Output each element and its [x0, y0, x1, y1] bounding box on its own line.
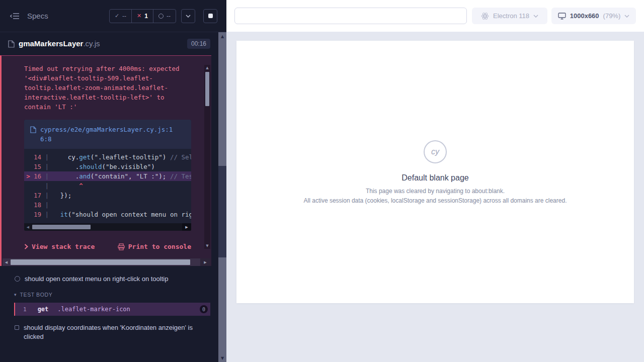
cypress-logo: cy [424, 140, 447, 163]
cross-icon: ✕ [137, 13, 141, 19]
url-input[interactable] [234, 8, 467, 24]
print-to-console-button[interactable]: Print to console [118, 243, 191, 250]
specs-header-bar: Specs ✓ -- ✕ 1 -- [0, 0, 226, 32]
passed-count: -- [122, 13, 126, 20]
chevron-down-icon [186, 15, 191, 18]
url-toolbar: Electron 118 1000x660 (79%) [226, 0, 644, 32]
test-error-block: Timed out retrying after 4000ms: expecte… [0, 55, 211, 266]
code-line: 17 | }); [24, 191, 191, 200]
view-stack-trace-label: View stack trace [32, 243, 95, 250]
scroll-up-icon[interactable]: ▲ [204, 66, 210, 70]
blank-page-title: Default blank page [401, 173, 468, 183]
viewport-scale: (79%) [603, 12, 621, 20]
stat-failed: ✕ 1 [131, 10, 153, 23]
test-body-label: TEST BODY [20, 292, 53, 298]
scroll-down-icon[interactable]: ▼ [204, 244, 210, 248]
electron-icon [481, 12, 489, 20]
test-title: should display coordinates when 'Koordin… [24, 323, 201, 341]
scroll-down-icon[interactable]: ▼ [218, 354, 226, 362]
stat-pending: -- [153, 10, 176, 23]
command-number: 1 [23, 306, 27, 313]
scrollbar-thumb[interactable] [205, 72, 209, 106]
code-frame: cypress/e2e/gmaMarkersLayer.cy.js:16:8 1… [24, 120, 191, 231]
test-item-running[interactable]: should open context menu on right-click … [0, 270, 218, 288]
test-title: should open context menu on right-click … [25, 275, 168, 284]
code-line: 15 | .should("be.visible") [24, 162, 191, 171]
viewport-size: 1000x660 [570, 12, 599, 20]
test-body-toggle[interactable]: ▾ TEST BODY [0, 288, 218, 301]
chevron-right-icon [24, 244, 28, 249]
reporter-scroll-region: gmaMarkersLayer.cy.js 00:16 Timed out re… [0, 32, 226, 362]
scroll-right-icon[interactable]: ▶ [182, 223, 191, 231]
printer-icon [118, 243, 125, 250]
error-horizontal-scrollbar[interactable]: ◀ ▶ [3, 258, 210, 266]
code-horizontal-scrollbar[interactable]: ◀ ▶ [24, 223, 191, 231]
viewport-selector[interactable]: 1000x660 (79%) [551, 8, 636, 24]
stop-icon [208, 14, 213, 18]
scroll-up-icon[interactable]: ▲ [218, 32, 226, 40]
browser-selector[interactable]: Electron 118 [472, 8, 547, 24]
spec-extension: .cy.js [83, 39, 100, 48]
scroll-left-icon[interactable]: ◀ [3, 260, 10, 264]
stat-passed: ✓ -- [110, 10, 131, 23]
specs-list-button[interactable] [7, 9, 22, 24]
scrollbar-thumb[interactable] [32, 225, 91, 229]
code-lines: 14 | cy.get(".leaflet-tooltip") // Sele1… [24, 149, 191, 223]
spec-stats: ✓ -- ✕ 1 -- [109, 9, 176, 23]
collapse-all-button[interactable] [181, 9, 195, 23]
cypress-app: Specs ✓ -- ✕ 1 -- [0, 0, 644, 362]
spec-name: gmaMarkersLayer [19, 39, 83, 48]
scroll-left-icon[interactable]: ◀ [24, 225, 32, 229]
code-line: 18 | [24, 200, 191, 210]
monitor-icon [558, 13, 566, 20]
reporter-content: gmaMarkersLayer.cy.js 00:16 Timed out re… [0, 32, 218, 362]
error-actions: View stack trace Print to console [24, 243, 191, 250]
scrollbar-thumb[interactable] [218, 166, 226, 257]
stop-button[interactable] [203, 9, 217, 23]
code-line: 14 | cy.get(".leaflet-tooltip") // Sele [24, 152, 191, 162]
queued-test-icon [15, 325, 19, 330]
pending-count: -- [167, 13, 171, 20]
spec-file-header: gmaMarkersLayer.cy.js 00:16 [0, 32, 218, 55]
browser-name: Electron 118 [493, 12, 529, 20]
view-stack-trace-link[interactable]: View stack trace [24, 243, 95, 250]
error-message: Timed out retrying after 4000ms: expecte… [24, 64, 191, 112]
tests-list: should open context menu on right-click … [0, 270, 218, 346]
print-to-console-label: Print to console [128, 243, 191, 250]
command-log-entry[interactable]: 1 get .leaflet-marker-icon 0 [14, 303, 210, 316]
app-under-test-panel: Electron 118 1000x660 (79%) [226, 0, 644, 362]
specs-list-icon [10, 13, 19, 20]
spec-file-name: gmaMarkersLayer.cy.js [19, 39, 100, 48]
code-line: >16 | .and("contain", "LT :"); // Test [24, 171, 191, 181]
failed-count: 1 [144, 13, 148, 20]
reporter-panel: Specs ✓ -- ✕ 1 -- [0, 0, 226, 362]
spec-duration-badge: 00:16 [187, 39, 210, 49]
file-icon [30, 126, 36, 133]
chevron-down-icon: ▾ [14, 292, 17, 297]
scroll-right-icon[interactable]: ▶ [200, 258, 210, 266]
chevron-down-icon [624, 15, 629, 18]
file-icon [8, 40, 15, 48]
scrollbar-thumb[interactable] [11, 259, 190, 265]
element-count-badge: 0 [200, 305, 208, 313]
check-icon: ✓ [115, 13, 119, 19]
error-vertical-scrollbar[interactable]: ▲ ▼ [204, 65, 210, 249]
chevron-down-icon [533, 15, 538, 18]
pending-icon [158, 14, 164, 19]
specs-title: Specs [27, 12, 48, 20]
command-message: .leaflet-marker-icon [57, 306, 130, 313]
error-content: Timed out retrying after 4000ms: expecte… [2, 56, 211, 250]
command-method: get [38, 306, 49, 313]
test-item-queued[interactable]: should display coordinates when 'Koordin… [0, 319, 218, 346]
code-frame-file-link[interactable]: cypress/e2e/gmaMarkersLayer.cy.js:16:8 [24, 120, 191, 149]
aut-iframe: cy Default blank page This page was clea… [236, 41, 634, 303]
code-line: 19 | it("should open context menu on rig… [24, 210, 191, 219]
aut-background: cy Default blank page This page was clea… [226, 32, 644, 362]
code-frame-location: cypress/e2e/gmaMarkersLayer.cy.js:16:8 [40, 125, 174, 144]
reporter-scrollbar[interactable]: ▲ ▼ [218, 32, 226, 362]
code-line: | ^ [24, 181, 191, 191]
blank-page-message: This page was cleared by navigating to a… [366, 188, 505, 195]
running-spinner-icon [15, 276, 20, 282]
blank-page-message: All active session data (cookies, localS… [304, 197, 567, 204]
